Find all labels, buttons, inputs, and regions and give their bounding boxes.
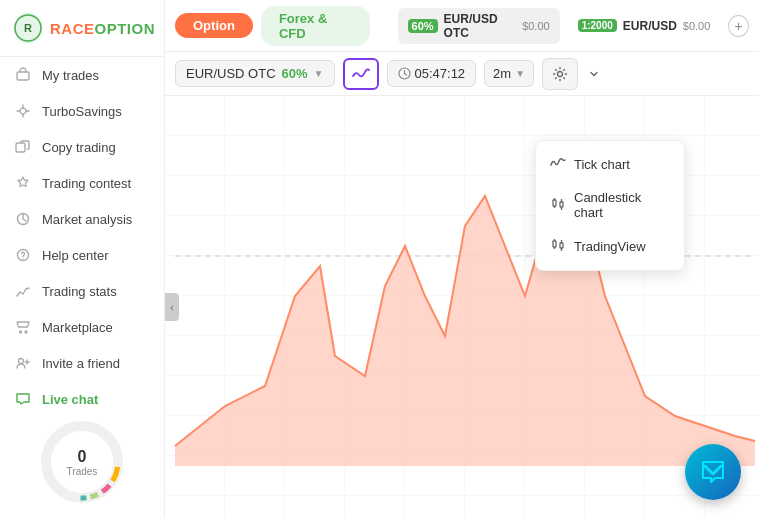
dropdown-item-tradingview[interactable]: TradingView (536, 229, 684, 264)
marketplace-icon (14, 318, 32, 336)
dropdown-item-label: Tick chart (574, 157, 630, 172)
sidebar-item-label: My trades (42, 68, 99, 83)
svg-rect-4 (16, 143, 25, 152)
trading-contest-icon (14, 174, 32, 192)
live-chat-fab-button[interactable] (685, 444, 741, 500)
otc-price: $0.00 (522, 20, 550, 32)
dropdown-arrow-icon: ▼ (314, 68, 324, 79)
sidebar-item-invite-friend[interactable]: Invite a friend (0, 345, 164, 381)
chart-settings-button[interactable] (542, 58, 578, 90)
sidebar-item-label: Copy trading (42, 140, 116, 155)
forex-price: $0.00 (683, 20, 711, 32)
candlestick-icon (550, 197, 566, 214)
dropdown-item-label: TradingView (574, 239, 646, 254)
sidebar-item-market-analysis[interactable]: Market analysis (0, 201, 164, 237)
dropdown-item-label: Candlestick chart (574, 190, 670, 220)
svg-point-8 (20, 331, 22, 333)
otc-pct: 60% (408, 19, 438, 33)
dropdown-item-tick-chart[interactable]: Tick chart (536, 147, 684, 181)
main-content: Option Forex & CFD 60% EUR/USD OTC $0.00… (165, 0, 759, 518)
donut-label: 0 Trades (67, 448, 98, 477)
time-display: 05:47:12 (387, 60, 477, 87)
copy-trading-icon (14, 138, 32, 156)
topbar: Option Forex & CFD 60% EUR/USD OTC $0.00… (165, 0, 759, 52)
forex-leverage: 1:2000 (578, 19, 617, 32)
chart-toolbar: EUR/USD OTC 60% ▼ 05:47:12 2m ▼ (165, 52, 759, 96)
trades-widget: 0 Trades (14, 417, 150, 507)
sidebar-item-label: Live chat (42, 392, 98, 407)
sidebar-nav: My trades TurboSavings Copy trading Trad… (0, 57, 164, 417)
svg-rect-2 (17, 72, 29, 80)
chart-type-button[interactable] (343, 58, 379, 90)
sidebar-item-live-chat[interactable]: Live chat (0, 381, 164, 417)
pair-pct: 60% (282, 66, 308, 81)
sidebar-item-label: Trading contest (42, 176, 131, 191)
svg-rect-23 (553, 200, 556, 206)
turbo-savings-icon (14, 102, 32, 120)
sidebar-item-turbo-savings[interactable]: TurboSavings (0, 93, 164, 129)
timeframe-value: 2m (493, 66, 511, 81)
my-trades-icon (14, 66, 32, 84)
donut-chart: 0 Trades (37, 417, 127, 507)
trading-stats-icon (14, 282, 32, 300)
svg-text:R: R (24, 22, 32, 34)
timeframe-selector[interactable]: 2m ▼ (484, 60, 534, 87)
sidebar-item-help-center[interactable]: Help center (0, 237, 164, 273)
sidebar-item-label: Marketplace (42, 320, 113, 335)
sidebar: R RACEOPTION My trades TurboSavings Copy… (0, 0, 165, 518)
otc-name: EUR/USD OTC (444, 12, 517, 40)
logo-icon: R (14, 12, 42, 44)
tradingview-icon (550, 238, 566, 255)
logo-text: RACEOPTION (50, 20, 155, 37)
sidebar-item-my-trades[interactable]: My trades (0, 57, 164, 93)
sidebar-item-marketplace[interactable]: Marketplace (0, 309, 164, 345)
settings-dropdown-arrow[interactable] (586, 66, 602, 82)
sidebar-item-label: Invite a friend (42, 356, 120, 371)
sidebar-item-trading-stats[interactable]: Trading stats (0, 273, 164, 309)
tab-option[interactable]: Option (175, 13, 253, 38)
sidebar-item-label: Trading stats (42, 284, 117, 299)
trades-label: Trades (67, 466, 98, 477)
sidebar-item-label: Market analysis (42, 212, 132, 227)
tick-chart-icon (550, 156, 566, 172)
svg-point-10 (19, 359, 24, 364)
forex-name: EUR/USD (623, 19, 677, 33)
sidebar-item-label: Help center (42, 248, 108, 263)
svg-rect-32 (560, 243, 563, 248)
pair-selector[interactable]: EUR/USD OTC 60% ▼ (175, 60, 335, 87)
sidebar-item-copy-trading[interactable]: Copy trading (0, 129, 164, 165)
trades-count: 0 (67, 448, 98, 466)
instrument-forex[interactable]: 1:2000 EUR/USD $0.00 (568, 15, 721, 37)
add-instrument-button[interactable]: + (728, 15, 749, 37)
svg-rect-29 (553, 241, 556, 247)
clock-time: 05:47:12 (415, 66, 466, 81)
svg-point-9 (25, 331, 27, 333)
sidebar-item-trading-contest[interactable]: Trading contest (0, 165, 164, 201)
sidebar-item-label: TurboSavings (42, 104, 122, 119)
pair-name: EUR/USD OTC (186, 66, 276, 81)
instrument-otc[interactable]: 60% EUR/USD OTC $0.00 (398, 8, 560, 44)
help-center-icon (14, 246, 32, 264)
logo-area: R RACEOPTION (0, 0, 164, 57)
market-analysis-icon (14, 210, 32, 228)
svg-point-3 (20, 108, 26, 114)
svg-rect-26 (560, 202, 563, 207)
tab-forex[interactable]: Forex & CFD (261, 6, 370, 46)
invite-friend-icon (14, 354, 32, 372)
chart-type-dropdown: Tick chart Candlestick chart TradingView (535, 140, 685, 271)
chart-sidebar-toggle[interactable]: ‹ (165, 293, 179, 321)
svg-point-7 (22, 258, 23, 259)
dropdown-item-candlestick[interactable]: Candlestick chart (536, 181, 684, 229)
timeframe-arrow-icon: ▼ (515, 68, 525, 79)
live-chat-icon (14, 390, 32, 408)
